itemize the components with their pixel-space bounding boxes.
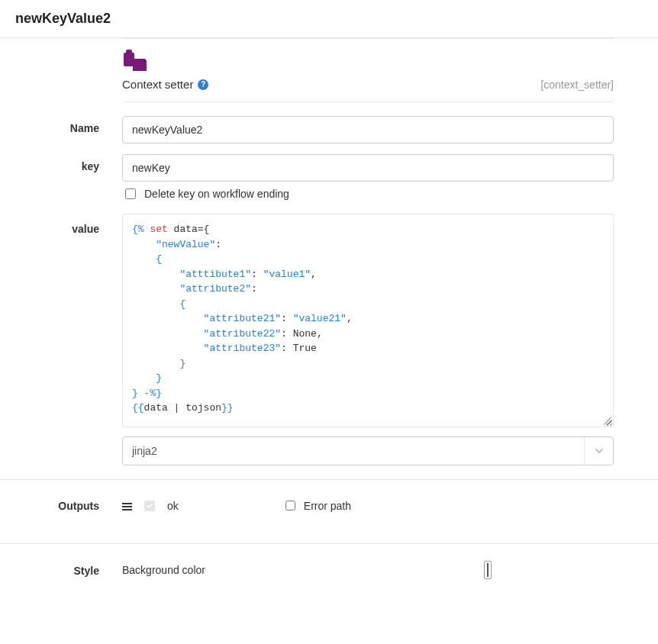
background-color-label: Background color [122, 564, 205, 576]
delete-key-checkbox[interactable] [125, 188, 136, 199]
context-setter-icon [122, 48, 208, 76]
node-id-label: [context_setter] [540, 79, 614, 91]
page-title: newKeyValue2 [0, 0, 658, 38]
error-path-checkbox[interactable] [285, 501, 295, 510]
svg-rect-1 [126, 50, 132, 54]
chevron-down-icon [584, 437, 613, 465]
name-label: Name [0, 116, 122, 143]
outputs-label: Outputs [0, 498, 122, 513]
help-icon[interactable]: ? [198, 79, 208, 90]
key-input[interactable] [122, 154, 614, 182]
ok-checkbox-disabled [144, 501, 155, 511]
error-path-row[interactable]: Error path [282, 498, 351, 513]
error-path-label: Error path [304, 500, 351, 512]
form-section: Name key Delete key on workflow ending v… [0, 102, 658, 480]
color-swatch [487, 563, 489, 577]
template-engine-value: jinja2 [123, 445, 166, 457]
outputs-section: Outputs ok Error path [0, 480, 658, 544]
value-label: value [0, 214, 122, 465]
style-section: Style Background color [0, 544, 658, 596]
background-color-picker[interactable] [484, 561, 492, 579]
reorder-handle-icon[interactable] [122, 503, 132, 510]
node-header: Context setter ? [context_setter] [122, 38, 614, 102]
key-label: key [0, 154, 122, 182]
delete-key-checkbox-row[interactable]: Delete key on workflow ending [122, 185, 614, 203]
delete-key-label: Delete key on workflow ending [144, 188, 289, 200]
node-type-label: Context setter [122, 78, 193, 91]
template-engine-select[interactable]: jinja2 [122, 436, 614, 465]
svg-rect-0 [124, 53, 134, 66]
name-input[interactable] [122, 116, 614, 143]
value-code-editor[interactable]: {% set data={ "newValue": { "atttibute1"… [122, 214, 614, 427]
style-label: Style [0, 563, 122, 577]
ok-output-label: ok [167, 500, 179, 512]
